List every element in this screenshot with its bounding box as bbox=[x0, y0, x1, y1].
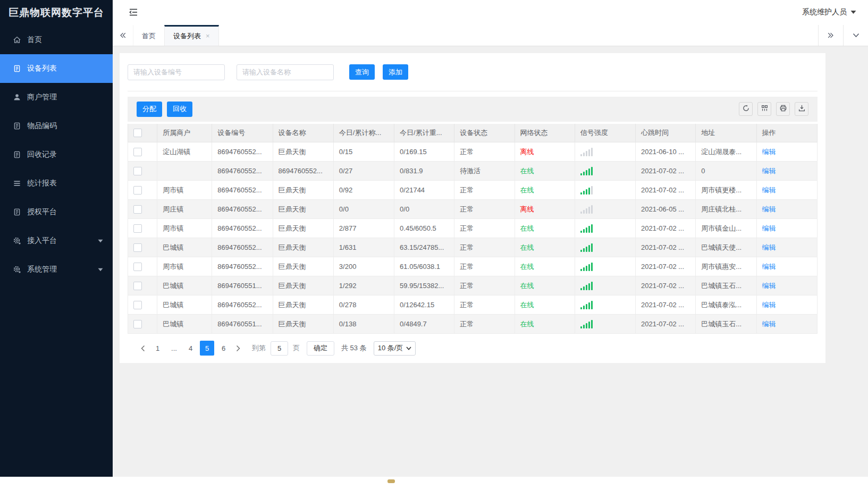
menu-fold-icon[interactable] bbox=[128, 7, 139, 17]
cell-today-count: 0/27 bbox=[339, 167, 352, 175]
cell-today-count: 1/631 bbox=[339, 243, 357, 251]
cell-merchant: 巴城镇 bbox=[163, 320, 183, 328]
edit-link[interactable]: 编辑 bbox=[762, 320, 776, 328]
page-number-1[interactable]: 1 bbox=[150, 341, 165, 356]
sidebar-item-设备列表[interactable]: 设备列表 bbox=[0, 54, 113, 83]
tab-device-list[interactable]: 设备列表 × bbox=[164, 25, 219, 46]
refresh-button[interactable] bbox=[739, 102, 753, 116]
query-button[interactable]: 查询 bbox=[349, 64, 375, 80]
export-button[interactable] bbox=[795, 102, 808, 116]
prev-page-button[interactable] bbox=[137, 341, 149, 356]
page-number-4[interactable]: 4 bbox=[183, 341, 198, 356]
cell-merchant: 周庄镇 bbox=[163, 205, 183, 213]
row-checkbox[interactable] bbox=[133, 282, 142, 290]
confirm-button[interactable]: 确定 bbox=[307, 341, 334, 356]
tab-home[interactable]: 首页 bbox=[133, 25, 164, 46]
cell-device-no: 8694760552... bbox=[217, 148, 262, 156]
cell-heartbeat: 2021-07-02 ... bbox=[641, 167, 684, 175]
gear-icon bbox=[13, 237, 21, 245]
sidebar-item-统计报表[interactable]: 统计报表 bbox=[0, 169, 113, 198]
sidebar-item-label: 接入平台 bbox=[27, 236, 57, 246]
edit-link[interactable]: 编辑 bbox=[762, 205, 776, 213]
main-area: 系统维护人员 首页 设备列表 × bbox=[113, 0, 868, 477]
sidebar-item-物品编码[interactable]: 物品编码 bbox=[0, 112, 113, 140]
add-button[interactable]: 添加 bbox=[383, 64, 408, 80]
cell-network-status: 在线 bbox=[520, 320, 534, 328]
row-checkbox[interactable] bbox=[133, 301, 142, 309]
close-icon[interactable]: × bbox=[206, 32, 210, 40]
row-checkbox[interactable] bbox=[133, 320, 142, 328]
cell-device-status: 正常 bbox=[460, 301, 474, 309]
home-icon bbox=[13, 36, 21, 44]
cell-heartbeat: 2021-07-02 ... bbox=[641, 224, 684, 232]
table-header-row: 所属商户设备编号设备名称今日/累计称...今日/累计重...设备状态网络状态信号… bbox=[128, 123, 818, 142]
cell-today-count: 2/877 bbox=[339, 224, 357, 232]
sidebar-item-首页[interactable]: 首页 bbox=[0, 26, 113, 54]
row-checkbox[interactable] bbox=[133, 148, 142, 156]
edit-link[interactable]: 编辑 bbox=[762, 148, 776, 156]
edit-link[interactable]: 编辑 bbox=[762, 263, 776, 271]
sidebar-item-label: 物品编码 bbox=[27, 121, 57, 131]
sidebar: 巨鼎物联网数字平台 首页设备列表商户管理物品编码回收记录统计报表授权平台接入平台… bbox=[0, 0, 113, 477]
device-no-input[interactable] bbox=[128, 64, 225, 80]
cell-address: 周庄镇北桂... bbox=[701, 205, 741, 213]
assign-button[interactable]: 分配 bbox=[137, 102, 162, 117]
doc-icon bbox=[13, 64, 21, 73]
horizontal-scrollbar-thumb[interactable] bbox=[387, 479, 395, 483]
edit-link[interactable]: 编辑 bbox=[762, 167, 776, 175]
tabbar: 首页 设备列表 × bbox=[113, 25, 868, 46]
device-name-input[interactable] bbox=[237, 64, 334, 80]
sidebar-nav: 首页设备列表商户管理物品编码回收记录统计报表授权平台接入平台系统管理 bbox=[0, 26, 113, 284]
sidebar-item-商户管理[interactable]: 商户管理 bbox=[0, 83, 113, 112]
edit-link[interactable]: 编辑 bbox=[762, 282, 776, 290]
row-checkbox[interactable] bbox=[133, 167, 142, 175]
select-all-checkbox[interactable] bbox=[133, 129, 142, 137]
cell-address: 巴城镇玉石... bbox=[701, 320, 741, 328]
page-number-5[interactable]: 5 bbox=[200, 341, 214, 356]
row-checkbox[interactable] bbox=[133, 205, 142, 214]
cell-device-no: 8694760552... bbox=[217, 167, 262, 175]
sidebar-item-label: 首页 bbox=[27, 35, 42, 45]
sidebar-item-系统管理[interactable]: 系统管理 bbox=[0, 255, 113, 284]
signal-strength-icon bbox=[580, 148, 630, 156]
search-row: 查询 添加 bbox=[128, 64, 818, 91]
cell-device-status: 正常 bbox=[460, 186, 474, 194]
page-size-select[interactable]: 10 条/页 bbox=[374, 341, 416, 356]
columns-button[interactable] bbox=[757, 102, 771, 116]
tab-label: 首页 bbox=[142, 31, 156, 41]
sidebar-item-接入平台[interactable]: 接入平台 bbox=[0, 226, 113, 255]
column-header: 设备编号 bbox=[217, 129, 245, 137]
goto-page-input[interactable] bbox=[271, 341, 288, 356]
edit-link[interactable]: 编辑 bbox=[762, 301, 776, 309]
chevron-down-icon bbox=[406, 347, 411, 350]
device-list-panel: 查询 添加 分配 回收 所属商户设 bbox=[120, 53, 825, 364]
sidebar-item-授权平台[interactable]: 授权平台 bbox=[0, 198, 113, 226]
cell-device-name: 巨鼎天衡 bbox=[279, 243, 306, 251]
cell-device-status: 正常 bbox=[460, 263, 474, 271]
edit-link[interactable]: 编辑 bbox=[762, 186, 776, 194]
recycle-button[interactable]: 回收 bbox=[167, 102, 192, 117]
cell-heartbeat: 2021-07-02 ... bbox=[641, 263, 684, 271]
next-page-button[interactable] bbox=[232, 341, 245, 356]
user-menu[interactable]: 系统维护人员 bbox=[802, 7, 856, 17]
tabs-scroll-right-button[interactable] bbox=[818, 25, 843, 46]
edit-link[interactable]: 编辑 bbox=[762, 243, 776, 251]
tabs-menu-button[interactable] bbox=[843, 25, 868, 46]
sidebar-item-回收记录[interactable]: 回收记录 bbox=[0, 140, 113, 169]
row-checkbox[interactable] bbox=[133, 224, 142, 233]
cell-device-name: 巨鼎天衡 bbox=[279, 301, 306, 309]
cell-today-count: 0/15 bbox=[339, 148, 352, 156]
cell-device-status: 正常 bbox=[460, 320, 474, 328]
print-button[interactable] bbox=[776, 102, 790, 116]
page-number-6[interactable]: 6 bbox=[216, 341, 231, 356]
row-checkbox[interactable] bbox=[133, 263, 142, 271]
signal-strength-icon bbox=[580, 167, 630, 175]
tabs-scroll-left-button[interactable] bbox=[113, 25, 133, 46]
cell-network-status: 在线 bbox=[520, 301, 534, 309]
row-checkbox[interactable] bbox=[133, 243, 142, 252]
row-checkbox[interactable] bbox=[133, 186, 142, 195]
table-zone: 分配 回收 所属商户设备编号设备名称今日/累计称...今日/累计重...设备状态… bbox=[128, 97, 818, 334]
edit-link[interactable]: 编辑 bbox=[762, 224, 776, 232]
column-header: 设备状态 bbox=[460, 129, 487, 137]
goto-label: 到第 bbox=[252, 343, 266, 353]
